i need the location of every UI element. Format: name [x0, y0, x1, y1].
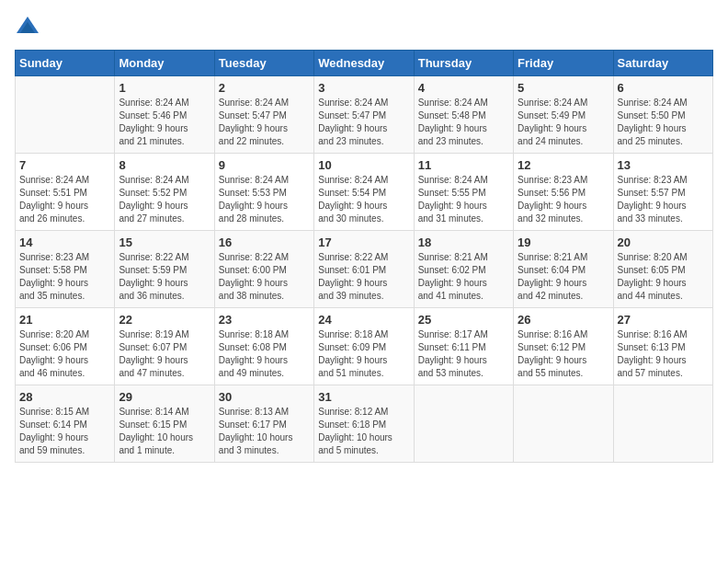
day-info: Sunrise: 8:18 AMSunset: 6:09 PMDaylight:… [318, 328, 409, 380]
day-info: Sunrise: 8:16 AMSunset: 6:13 PMDaylight:… [618, 328, 709, 380]
day-info: Sunrise: 8:24 AMSunset: 5:52 PMDaylight:… [119, 174, 210, 225]
calendar-day-cell: 11Sunrise: 8:24 AMSunset: 5:55 PMDayligh… [414, 154, 513, 231]
calendar-week-row: 21Sunrise: 8:20 AMSunset: 6:06 PMDayligh… [16, 308, 713, 385]
day-of-week-header: Monday [115, 51, 214, 76]
day-number: 23 [219, 313, 310, 327]
calendar-day-cell: 4Sunrise: 8:24 AMSunset: 5:48 PMDaylight… [414, 76, 513, 154]
day-info: Sunrise: 8:24 AMSunset: 5:47 PMDaylight:… [219, 97, 310, 148]
day-info: Sunrise: 8:23 AMSunset: 5:57 PMDaylight:… [618, 174, 709, 225]
day-info: Sunrise: 8:24 AMSunset: 5:53 PMDaylight:… [219, 174, 310, 225]
calendar-header: SundayMondayTuesdayWednesdayThursdayFrid… [16, 51, 713, 76]
calendar-day-cell: 6Sunrise: 8:24 AMSunset: 5:50 PMDaylight… [613, 76, 712, 154]
day-of-week-header: Sunday [16, 51, 115, 76]
day-of-week-header: Thursday [414, 51, 513, 76]
day-info: Sunrise: 8:24 AMSunset: 5:47 PMDaylight:… [318, 97, 409, 148]
calendar-day-cell: 23Sunrise: 8:18 AMSunset: 6:08 PMDayligh… [214, 308, 313, 385]
day-of-week-header: Friday [514, 51, 613, 76]
calendar-day-cell: 12Sunrise: 8:23 AMSunset: 5:56 PMDayligh… [514, 154, 613, 231]
calendar-day-cell: 31Sunrise: 8:12 AMSunset: 6:18 PMDayligh… [314, 385, 414, 463]
calendar-day-cell: 25Sunrise: 8:17 AMSunset: 6:11 PMDayligh… [414, 308, 513, 385]
calendar-day-cell: 21Sunrise: 8:20 AMSunset: 6:06 PMDayligh… [16, 308, 115, 385]
calendar-day-cell: 15Sunrise: 8:22 AMSunset: 5:59 PMDayligh… [115, 231, 214, 308]
day-info: Sunrise: 8:22 AMSunset: 6:00 PMDaylight:… [219, 251, 310, 303]
calendar-day-cell: 5Sunrise: 8:24 AMSunset: 5:49 PMDaylight… [514, 76, 613, 154]
day-number: 24 [318, 313, 409, 327]
day-number: 27 [618, 313, 709, 327]
day-number: 30 [219, 390, 310, 404]
calendar-day-cell: 10Sunrise: 8:24 AMSunset: 5:54 PMDayligh… [314, 154, 414, 231]
day-number: 16 [219, 236, 310, 249]
day-number: 20 [618, 236, 709, 249]
day-info: Sunrise: 8:24 AMSunset: 5:49 PMDaylight:… [518, 97, 609, 148]
calendar-week-row: 1Sunrise: 8:24 AMSunset: 5:46 PMDaylight… [16, 76, 713, 154]
calendar-day-cell: 8Sunrise: 8:24 AMSunset: 5:52 PMDaylight… [115, 154, 214, 231]
day-info: Sunrise: 8:16 AMSunset: 6:12 PMDaylight:… [518, 328, 609, 380]
calendar-day-cell: 19Sunrise: 8:21 AMSunset: 6:04 PMDayligh… [514, 231, 613, 308]
calendar-day-cell: 13Sunrise: 8:23 AMSunset: 5:57 PMDayligh… [613, 154, 712, 231]
day-info: Sunrise: 8:24 AMSunset: 5:51 PMDaylight:… [19, 174, 110, 225]
calendar-day-cell: 3Sunrise: 8:24 AMSunset: 5:47 PMDaylight… [314, 76, 414, 154]
day-info: Sunrise: 8:24 AMSunset: 5:50 PMDaylight:… [618, 97, 709, 148]
calendar-table: SundayMondayTuesdayWednesdayThursdayFrid… [15, 50, 713, 463]
day-info: Sunrise: 8:15 AMSunset: 6:14 PMDaylight:… [19, 406, 110, 457]
day-number: 18 [418, 236, 509, 249]
day-number: 29 [119, 390, 210, 404]
calendar-day-cell: 22Sunrise: 8:19 AMSunset: 6:07 PMDayligh… [115, 308, 214, 385]
day-number: 28 [19, 390, 110, 404]
day-number: 15 [119, 236, 210, 249]
day-number: 11 [418, 158, 509, 172]
day-info: Sunrise: 8:21 AMSunset: 6:04 PMDaylight:… [518, 251, 609, 303]
day-info: Sunrise: 8:19 AMSunset: 6:07 PMDaylight:… [119, 328, 210, 380]
calendar-week-row: 14Sunrise: 8:23 AMSunset: 5:58 PMDayligh… [16, 231, 713, 308]
day-of-week-header: Saturday [613, 51, 712, 76]
day-of-week-header: Tuesday [214, 51, 313, 76]
day-number: 8 [119, 158, 210, 172]
calendar-day-cell: 17Sunrise: 8:22 AMSunset: 6:01 PMDayligh… [314, 231, 414, 308]
day-number: 26 [518, 313, 609, 327]
day-number: 6 [618, 81, 709, 95]
calendar-day-cell: 24Sunrise: 8:18 AMSunset: 6:09 PMDayligh… [314, 308, 414, 385]
day-number: 2 [219, 81, 310, 95]
calendar-day-cell: 14Sunrise: 8:23 AMSunset: 5:58 PMDayligh… [16, 231, 115, 308]
day-number: 1 [119, 81, 210, 95]
day-info: Sunrise: 8:12 AMSunset: 6:18 PMDaylight:… [318, 406, 409, 457]
day-info: Sunrise: 8:21 AMSunset: 6:02 PMDaylight:… [418, 251, 509, 303]
calendar-day-cell [514, 385, 613, 463]
calendar-day-cell [613, 385, 712, 463]
day-number: 19 [518, 236, 609, 249]
calendar-day-cell: 18Sunrise: 8:21 AMSunset: 6:02 PMDayligh… [414, 231, 513, 308]
day-info: Sunrise: 8:24 AMSunset: 5:48 PMDaylight:… [418, 97, 509, 148]
day-number: 10 [318, 158, 409, 172]
calendar-week-row: 7Sunrise: 8:24 AMSunset: 5:51 PMDaylight… [16, 154, 713, 231]
calendar-day-cell: 29Sunrise: 8:14 AMSunset: 6:15 PMDayligh… [115, 385, 214, 463]
calendar-day-cell: 28Sunrise: 8:15 AMSunset: 6:14 PMDayligh… [16, 385, 115, 463]
day-number: 12 [518, 158, 609, 172]
day-number: 17 [318, 236, 409, 249]
day-info: Sunrise: 8:23 AMSunset: 5:58 PMDaylight:… [19, 251, 110, 303]
day-info: Sunrise: 8:20 AMSunset: 6:06 PMDaylight:… [19, 328, 110, 380]
day-info: Sunrise: 8:22 AMSunset: 6:01 PMDaylight:… [318, 251, 409, 303]
day-number: 9 [219, 158, 310, 172]
logo [15, 15, 44, 40]
day-of-week-header: Wednesday [314, 51, 414, 76]
day-info: Sunrise: 8:24 AMSunset: 5:46 PMDaylight:… [119, 97, 210, 148]
calendar-day-cell: 26Sunrise: 8:16 AMSunset: 6:12 PMDayligh… [514, 308, 613, 385]
logo-icon [15, 15, 40, 40]
calendar-day-cell: 7Sunrise: 8:24 AMSunset: 5:51 PMDaylight… [16, 154, 115, 231]
day-number: 4 [418, 81, 509, 95]
day-info: Sunrise: 8:20 AMSunset: 6:05 PMDaylight:… [618, 251, 709, 303]
day-info: Sunrise: 8:17 AMSunset: 6:11 PMDaylight:… [418, 328, 509, 380]
day-number: 21 [19, 313, 110, 327]
calendar-day-cell: 2Sunrise: 8:24 AMSunset: 5:47 PMDaylight… [214, 76, 313, 154]
calendar-day-cell: 27Sunrise: 8:16 AMSunset: 6:13 PMDayligh… [613, 308, 712, 385]
calendar-week-row: 28Sunrise: 8:15 AMSunset: 6:14 PMDayligh… [16, 385, 713, 463]
calendar-day-cell: 30Sunrise: 8:13 AMSunset: 6:17 PMDayligh… [214, 385, 313, 463]
calendar-day-cell: 16Sunrise: 8:22 AMSunset: 6:00 PMDayligh… [214, 231, 313, 308]
day-number: 3 [318, 81, 409, 95]
day-info: Sunrise: 8:22 AMSunset: 5:59 PMDaylight:… [119, 251, 210, 303]
day-info: Sunrise: 8:24 AMSunset: 5:55 PMDaylight:… [418, 174, 509, 225]
day-number: 5 [518, 81, 609, 95]
day-info: Sunrise: 8:13 AMSunset: 6:17 PMDaylight:… [219, 406, 310, 457]
calendar-day-cell [16, 76, 115, 154]
day-number: 22 [119, 313, 210, 327]
